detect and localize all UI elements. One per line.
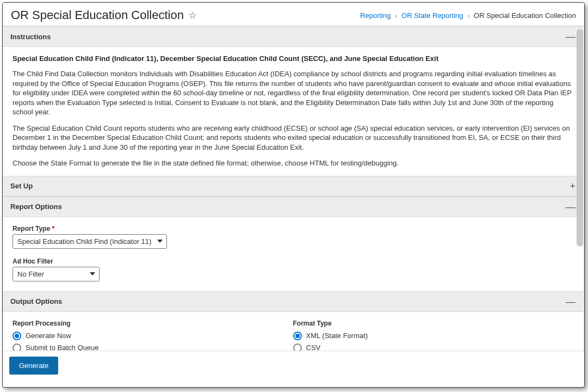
instructions-panel: Instructions — Special Education Child F… [3, 26, 583, 176]
radio-csv-label: CSV [306, 344, 321, 351]
page-container: OR Special Education Collection ☆ Report… [2, 2, 585, 388]
format-type-col: Format Type XML (State Format) CSV HTML [293, 320, 574, 351]
radio-icon [293, 344, 302, 351]
report-type-select[interactable]: Special Education Child Find (Indicator … [13, 234, 167, 249]
breadcrumb-separator-icon: › [467, 11, 469, 20]
instructions-title: Special Education Child Find (Indicator … [13, 54, 573, 63]
output-options-panel: Output Options — Report Processing Gener… [3, 291, 583, 351]
report-options-header-label: Report Options [10, 203, 62, 211]
generate-button[interactable]: Generate [9, 357, 58, 375]
radio-csv[interactable]: CSV [293, 344, 574, 351]
instructions-para-1: The Child Find Data Collection monitors … [13, 69, 573, 117]
format-type-label: Format Type [293, 320, 574, 327]
radio-generate-now-label: Generate Now [26, 332, 71, 340]
output-options-header-label: Output Options [10, 297, 62, 305]
footer: Generate [3, 351, 584, 384]
radio-icon [13, 332, 21, 340]
report-options-body: Report Type * Special Education Child Fi… [3, 217, 583, 291]
favorite-star-icon[interactable]: ☆ [188, 9, 197, 21]
report-processing-col: Report Processing Generate Now Submit to… [13, 320, 293, 351]
page-header: OR Special Education Collection ☆ Report… [3, 3, 584, 26]
page-title: OR Special Education Collection [11, 8, 184, 22]
report-type-select-value: Special Education Child Find (Indicator … [13, 234, 167, 249]
adhoc-filter-field: Ad Hoc Filter No Filter [13, 258, 573, 281]
output-options-panel-header[interactable]: Output Options — [3, 291, 583, 312]
breadcrumb: Reporting › OR State Reporting › OR Spec… [360, 11, 576, 20]
output-row: Report Processing Generate Now Submit to… [13, 320, 573, 351]
output-options-body: Report Processing Generate Now Submit to… [3, 312, 583, 351]
instructions-body: Special Education Child Find (Indicator … [3, 47, 583, 176]
report-type-field: Report Type * Special Education Child Fi… [13, 225, 573, 249]
setup-panel: Set Up + [3, 176, 583, 197]
instructions-para-3: Choose the State Format to generate the … [13, 158, 573, 168]
instructions-panel-header[interactable]: Instructions — [3, 26, 583, 47]
report-type-label-text: Report Type [13, 225, 50, 232]
radio-xml-label: XML (State Format) [306, 332, 368, 340]
collapse-icon: — [566, 202, 575, 212]
radio-generate-now[interactable]: Generate Now [13, 332, 293, 340]
radio-icon [293, 332, 302, 340]
adhoc-filter-select-value: No Filter [13, 267, 100, 281]
instructions-header-label: Instructions [10, 33, 51, 41]
report-options-panel-header[interactable]: Report Options — [3, 197, 583, 217]
adhoc-filter-label: Ad Hoc Filter [13, 258, 573, 265]
collapse-icon: — [566, 32, 575, 41]
adhoc-filter-select[interactable]: No Filter [13, 267, 100, 281]
breadcrumb-link-state-reporting[interactable]: OR State Reporting [401, 11, 463, 20]
instructions-para-2: The Special Education Child Count report… [13, 124, 573, 152]
report-options-panel: Report Options — Report Type * Special E… [3, 197, 583, 291]
report-processing-label: Report Processing [13, 320, 293, 327]
radio-xml[interactable]: XML (State Format) [293, 332, 574, 340]
breadcrumb-separator-icon: › [395, 11, 397, 20]
setup-panel-header[interactable]: Set Up + [3, 176, 583, 197]
radio-icon [13, 344, 21, 351]
breadcrumb-current: OR Special Education Collection [474, 11, 576, 20]
expand-icon: + [570, 181, 575, 191]
scroll-area[interactable]: Instructions — Special Education Child F… [3, 26, 584, 351]
required-indicator: * [52, 225, 54, 232]
header-left: OR Special Education Collection ☆ [11, 8, 197, 22]
scrollbar-thumb[interactable] [577, 29, 583, 247]
breadcrumb-link-reporting[interactable]: Reporting [360, 11, 391, 20]
report-type-label: Report Type * [13, 225, 573, 232]
collapse-icon: — [566, 297, 575, 307]
setup-header-label: Set Up [10, 182, 33, 190]
radio-submit-batch[interactable]: Submit to Batch Queue [13, 344, 293, 351]
radio-submit-batch-label: Submit to Batch Queue [26, 344, 98, 351]
